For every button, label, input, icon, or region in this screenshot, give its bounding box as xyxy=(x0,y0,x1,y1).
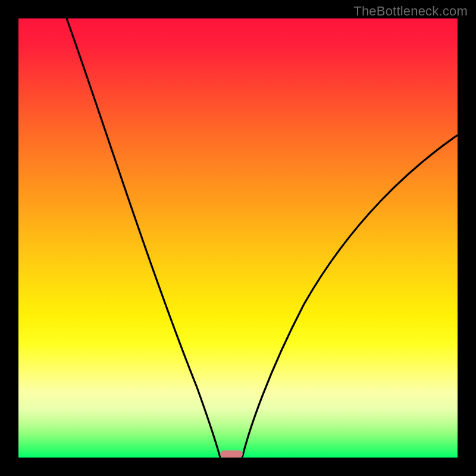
plot-area xyxy=(18,18,458,458)
bottom-marker xyxy=(220,450,243,458)
left-curve xyxy=(67,18,220,458)
watermark-text: TheBottleneck.com xyxy=(353,4,468,19)
curve-layer xyxy=(18,18,458,458)
chart-frame: TheBottleneck.com xyxy=(0,0,476,476)
right-curve xyxy=(242,135,458,458)
